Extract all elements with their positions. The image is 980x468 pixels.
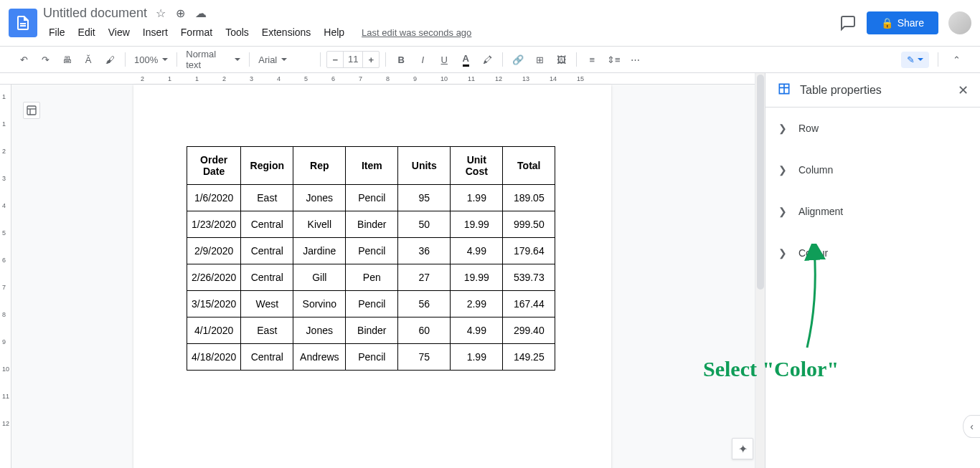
sidebar-section-alignment[interactable]: ❯ Alignment [765, 191, 980, 232]
align-button[interactable]: ≡ [583, 50, 601, 69]
menu-view[interactable]: View [103, 24, 136, 41]
table-cell[interactable]: West [241, 291, 293, 317]
table-header[interactable]: Rep [293, 147, 346, 185]
table-header[interactable]: Region [241, 147, 293, 185]
line-spacing-button[interactable]: ⇕≡ [604, 50, 623, 69]
table-cell[interactable]: Pencil [346, 291, 398, 317]
spellcheck-button[interactable]: Ă [79, 50, 98, 69]
table-cell[interactable]: Central [241, 238, 293, 264]
table-cell[interactable]: 75 [398, 344, 451, 371]
data-table[interactable]: Order DateRegionRepItemUnitsUnit CostTot… [187, 146, 555, 371]
table-cell[interactable]: 189.05 [503, 185, 555, 211]
font-size-stepper[interactable]: − 11 + [326, 51, 380, 68]
menu-help[interactable]: Help [318, 24, 350, 41]
sidebar-section-colour[interactable]: ❯ Colour [765, 232, 980, 274]
table-cell[interactable]: 179.64 [503, 238, 555, 264]
table-cell[interactable]: 1/23/2020 [187, 211, 241, 238]
link-button[interactable]: 🔗 [509, 50, 527, 69]
cloud-icon[interactable]: ☁ [195, 6, 207, 20]
table-cell[interactable]: 299.40 [503, 317, 555, 344]
table-cell[interactable]: Pencil [346, 344, 398, 371]
user-avatar[interactable] [948, 11, 971, 34]
table-cell[interactable]: 4/1/2020 [187, 317, 241, 344]
table-row[interactable]: 3/15/2020WestSorvinoPencil562.99167.44 [187, 291, 555, 317]
table-cell[interactable]: Pencil [346, 185, 398, 211]
zoom-select[interactable]: 100% [131, 54, 171, 65]
print-button[interactable]: 🖶 [57, 50, 76, 69]
text-color-button[interactable]: A [456, 50, 475, 69]
image-button[interactable]: 🖼 [552, 50, 570, 69]
table-cell[interactable]: Andrews [293, 344, 346, 371]
bold-button[interactable]: B [392, 50, 410, 69]
underline-button[interactable]: U [435, 50, 453, 69]
table-cell[interactable]: 999.50 [503, 211, 555, 238]
table-row[interactable]: 4/18/2020CentralAndrewsPencil751.99149.2… [187, 344, 555, 371]
paint-format-button[interactable]: 🖌 [100, 50, 119, 69]
sidebar-section-column[interactable]: ❯ Column [765, 149, 980, 191]
table-cell[interactable]: Binder [346, 317, 398, 344]
table-cell[interactable]: 4.99 [451, 317, 503, 344]
close-icon[interactable]: ✕ [958, 82, 969, 98]
table-cell[interactable]: 2/9/2020 [187, 238, 241, 264]
font-size-value[interactable]: 11 [343, 52, 363, 67]
table-cell[interactable]: 56 [398, 291, 451, 317]
highlight-button[interactable]: 🖍 [478, 50, 496, 69]
table-row[interactable]: 4/1/2020EastJonesBinder604.99299.40 [187, 317, 555, 344]
table-cell[interactable]: 167.44 [503, 291, 555, 317]
table-cell[interactable]: East [241, 317, 293, 344]
menu-file[interactable]: File [43, 24, 71, 41]
table-row[interactable]: 1/23/2020CentralKivellBinder5019.99999.5… [187, 211, 555, 238]
table-cell[interactable]: 60 [398, 317, 451, 344]
outline-button[interactable] [23, 102, 40, 119]
table-cell[interactable]: 4.99 [451, 238, 503, 264]
table-cell[interactable]: Central [241, 211, 293, 238]
font-size-minus[interactable]: − [327, 52, 343, 67]
menu-insert[interactable]: Insert [137, 24, 174, 41]
table-cell[interactable]: 1.99 [451, 344, 503, 371]
table-cell[interactable]: Jardine [293, 238, 346, 264]
more-button[interactable]: ⋯ [626, 50, 644, 69]
table-header[interactable]: Total [503, 147, 555, 185]
vertical-ruler[interactable]: 1123456789101112 [0, 85, 11, 468]
table-cell[interactable]: 1.99 [451, 185, 503, 211]
star-icon[interactable]: ☆ [156, 6, 166, 20]
redo-button[interactable]: ↷ [36, 50, 55, 69]
docs-logo-icon[interactable] [9, 9, 37, 37]
table-cell[interactable]: 36 [398, 238, 451, 264]
table-cell[interactable]: East [241, 185, 293, 211]
table-cell[interactable]: 4/18/2020 [187, 344, 241, 371]
document-title[interactable]: Untitled document [43, 6, 147, 21]
table-cell[interactable]: Jones [293, 185, 346, 211]
table-cell[interactable]: Sorvino [293, 291, 346, 317]
italic-button[interactable]: I [413, 50, 432, 69]
table-cell[interactable]: 50 [398, 211, 451, 238]
table-row[interactable]: 2/26/2020CentralGillPen2719.99539.73 [187, 264, 555, 291]
table-cell[interactable]: Kivell [293, 211, 346, 238]
table-cell[interactable]: 27 [398, 264, 451, 291]
menu-edit[interactable]: Edit [72, 24, 101, 41]
table-cell[interactable]: 3/15/2020 [187, 291, 241, 317]
editing-mode-button[interactable]: ✎ [901, 52, 929, 68]
table-cell[interactable]: Pen [346, 264, 398, 291]
table-header[interactable]: Units [398, 147, 451, 185]
table-cell[interactable]: Jones [293, 317, 346, 344]
last-edit-link[interactable]: Last edit was seconds ago [356, 24, 477, 41]
table-cell[interactable]: 1/6/2020 [187, 185, 241, 211]
comments-icon[interactable] [839, 14, 857, 32]
menu-tools[interactable]: Tools [220, 24, 255, 41]
table-header[interactable]: Order Date [187, 147, 241, 185]
table-cell[interactable]: Central [241, 344, 293, 371]
table-cell[interactable]: 19.99 [451, 211, 503, 238]
font-select[interactable]: Arial [255, 54, 314, 65]
scrollbar-thumb[interactable] [757, 75, 764, 290]
menu-extensions[interactable]: Extensions [256, 24, 316, 41]
horizontal-ruler[interactable]: 21123456789101112131415 [0, 73, 755, 85]
table-header[interactable]: Item [346, 147, 398, 185]
table-header[interactable]: Unit Cost [451, 147, 503, 185]
table-cell[interactable]: 2/26/2020 [187, 264, 241, 291]
font-size-plus[interactable]: + [363, 52, 379, 67]
table-cell[interactable]: 95 [398, 185, 451, 211]
table-cell[interactable]: 2.99 [451, 291, 503, 317]
table-row[interactable]: 1/6/2020EastJonesPencil951.99189.05 [187, 185, 555, 211]
table-row[interactable]: 2/9/2020CentralJardinePencil364.99179.64 [187, 238, 555, 264]
